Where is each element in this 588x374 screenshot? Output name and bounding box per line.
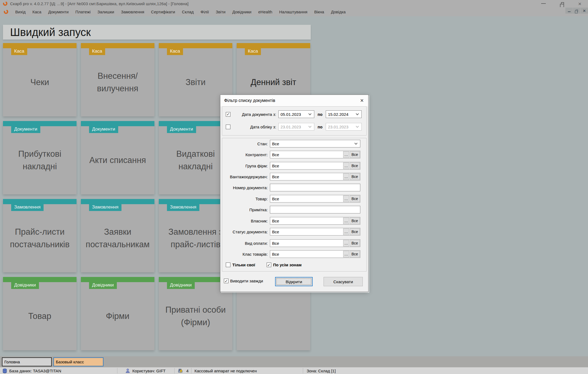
cancel-button[interactable]: Скасувати	[324, 277, 363, 286]
tile-tovar[interactable]: Довідники Товар	[3, 277, 77, 350]
window-controls: ×	[541, 0, 581, 7]
bottom-tab-strip: Головна Базовый класс	[0, 356, 588, 367]
menu-item-vykhid[interactable]: Вихід	[15, 10, 26, 14]
tab-bazovyi-klass[interactable]: Базовый класс	[53, 357, 103, 366]
vlasnyk-browse-button[interactable]: …	[343, 218, 349, 224]
vlasnyk-all-button[interactable]: Все	[350, 218, 360, 224]
klas-tovariv-input[interactable]: Все … Все	[270, 250, 360, 258]
tovar-all-button[interactable]: Все	[350, 195, 360, 202]
vantazhooderzhuvach-browse-button[interactable]: …	[343, 173, 349, 180]
field-stan: Стан: Все	[224, 140, 360, 147]
tovar-browse-button[interactable]: …	[343, 195, 349, 202]
tile-vnesennia-vyluchennia[interactable]: Каса Внесення/вилучення	[81, 43, 154, 116]
menu-item-filii[interactable]: Філії	[200, 10, 209, 14]
tile-zaiavky-postachalnykam[interactable]: Замовлення Заявки постачальникам	[81, 199, 154, 272]
kontragent-all-button[interactable]: Все	[350, 151, 360, 158]
only-own-checkbox[interactable]	[226, 263, 230, 267]
close-icon[interactable]: ×	[578, 1, 581, 7]
all-zones-checkbox[interactable]: ✓	[267, 263, 271, 267]
vlasnyk-input[interactable]: Все … Все	[270, 217, 360, 225]
menu-item-dovidka[interactable]: Довідка	[331, 10, 346, 14]
mdi-minimize-button[interactable]	[565, 8, 573, 14]
tile-firmy[interactable]: Довідники Фірми	[81, 277, 154, 350]
menu-item-dokumenty[interactable]: Документи	[48, 10, 69, 14]
chevron-down-icon	[308, 125, 311, 128]
document-date-label: Дата документа з:	[232, 112, 276, 117]
tile-label: Прайс-листи постачальників	[3, 204, 77, 272]
klas-tovariv-all-button[interactable]: Все	[350, 251, 360, 257]
menu-item-nalashtuvannia[interactable]: Налаштування	[279, 10, 307, 14]
grupa-firm-browse-button[interactable]: …	[343, 162, 349, 169]
mdi-close-button[interactable]: ×	[581, 8, 588, 14]
status-divider	[174, 368, 175, 373]
open-button[interactable]: Відкрити	[275, 277, 313, 286]
always-show-checkbox[interactable]: ✓	[224, 279, 229, 283]
status-dokumenta-all-button[interactable]: Все	[350, 228, 360, 235]
mdi-restore-button[interactable]	[573, 8, 580, 14]
kontragent-input[interactable]: Все … Все	[270, 151, 360, 158]
minimize-icon[interactable]	[541, 3, 546, 4]
menu-item-zalyshky[interactable]: Залишки	[98, 10, 114, 14]
all-zones-label: По усім зонам	[273, 263, 302, 267]
status-dokumenta-input[interactable]: Все … Все	[270, 228, 360, 236]
check-icon: ✓	[225, 279, 228, 283]
tab-holovna[interactable]: Головна	[2, 357, 52, 366]
document-date-checkbox[interactable]: ✓	[226, 112, 230, 117]
dialog-close-icon[interactable]: ×	[358, 97, 366, 104]
status-user: Користувач: GIFT	[132, 367, 166, 374]
menu-item-zvity[interactable]: Звіти	[216, 10, 226, 14]
close-icon: ×	[583, 8, 586, 13]
options-row: Тільки свої ✓ По усім зонам	[226, 263, 301, 267]
document-date-from-select[interactable]: 05.01.2023	[278, 110, 314, 118]
title-bar[interactable]: Скарб pro v. 4.0.2.77 [ІД: ...9] - [Апт …	[0, 0, 588, 7]
nomer-dokumenta-input[interactable]	[270, 184, 360, 191]
dialog-title: Фільтр списку документів	[224, 98, 275, 103]
menu-item-sertyfikaty[interactable]: Сертифікати	[151, 10, 175, 14]
accounting-date-checkbox[interactable]	[226, 125, 230, 129]
kontragent-browse-button[interactable]: …	[343, 151, 349, 158]
menu-item-zamovlennia[interactable]: Замовлення	[121, 10, 144, 14]
accounting-date-label: Дата обліку з:	[232, 125, 276, 129]
tile-cheky[interactable]: Каса Чеки	[3, 43, 77, 116]
field-grupa-firm: Група фірм: Все … Все	[224, 162, 360, 170]
menu-item-platezhi[interactable]: Платежі	[75, 10, 91, 14]
field-status-dokumenta: Статус документа: Все … Все	[224, 228, 360, 236]
chevron-down-icon	[356, 112, 359, 115]
grupa-firm-all-button[interactable]: Все	[350, 162, 360, 169]
vantazhooderzhuvach-input[interactable]: Все … Все	[270, 173, 360, 180]
document-date-to-select[interactable]: 15.02.2024	[326, 110, 362, 118]
field-kontragent: Контрагент: Все … Все	[224, 151, 360, 158]
tile-akty-spysannia[interactable]: Документи Акти списання	[81, 121, 154, 194]
vyd-oplaty-input[interactable]: Все … Все	[270, 239, 360, 247]
tile-prybutkovi-nakladni[interactable]: Документи Прибуткові накладні	[3, 121, 77, 194]
user-icon	[125, 367, 130, 374]
menu-item-ehealth[interactable]: eHealth	[258, 10, 272, 14]
app-logo-icon	[4, 9, 8, 14]
prymitka-input[interactable]	[270, 206, 360, 213]
vyd-oplaty-all-button[interactable]: Все	[350, 240, 360, 246]
accounting-date-from-select: 23.01.2023	[278, 123, 314, 131]
menu-item-vikna[interactable]: Вікна	[314, 10, 324, 14]
quick-launch-header: Швидкий запуск	[3, 25, 311, 40]
status-dokumenta-browse-button[interactable]: …	[343, 228, 349, 235]
grupa-firm-input[interactable]: Все … Все	[270, 162, 360, 170]
stan-select[interactable]: Все	[270, 140, 360, 147]
only-own-label: Тільки свої	[232, 263, 255, 267]
menu-item-dovidnyky[interactable]: Довідники	[232, 10, 251, 14]
tile-label: Приватні особи (Фірми)	[159, 282, 232, 350]
dialog-title-bar[interactable]: Фільтр списку документів	[220, 95, 368, 106]
menu-item-sklad[interactable]: Склад	[182, 10, 194, 14]
filter-dialog: Фільтр списку документів × ✓ Дата докуме…	[220, 95, 368, 292]
vyd-oplaty-browse-button[interactable]: …	[343, 240, 349, 246]
status-database: База даних: TASA3@TITAN	[9, 367, 61, 374]
klas-tovariv-browse-button[interactable]: …	[343, 251, 349, 257]
menu-item-kasa[interactable]: Каса	[32, 10, 41, 14]
field-tovar: Товар: Все … Все	[224, 195, 360, 203]
tile-price-lists-postachalnykiv[interactable]: Замовлення Прайс-листи постачальників	[3, 199, 77, 272]
chevron-down-icon	[354, 141, 357, 144]
status-divider	[191, 368, 191, 373]
restore-icon[interactable]	[561, 2, 564, 5]
tovar-input[interactable]: Все … Все	[270, 195, 360, 203]
vantazhooderzhuvach-all-button[interactable]: Все	[350, 173, 360, 180]
chevron-down-icon	[356, 125, 359, 128]
